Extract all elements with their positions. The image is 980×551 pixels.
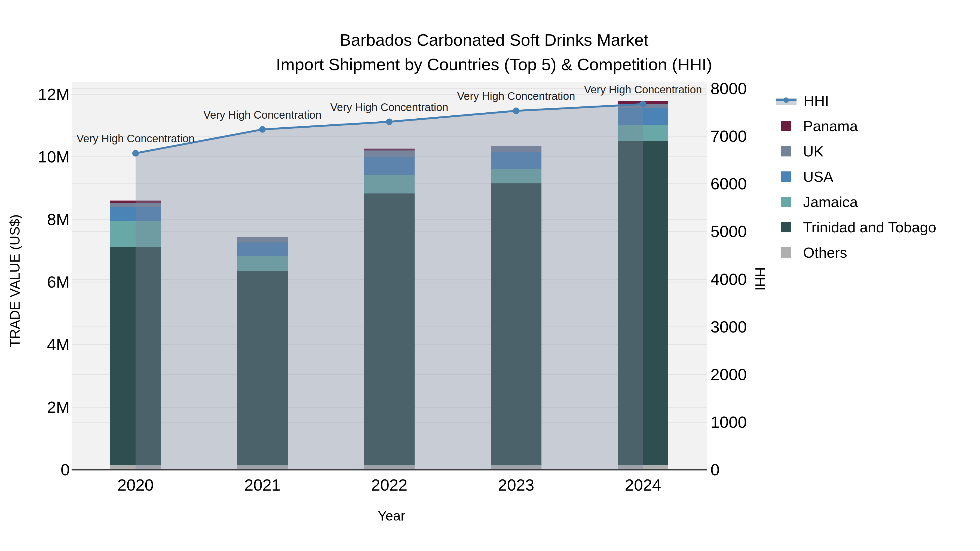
hhi-marker-2024 <box>640 101 646 108</box>
y-left-tick-0: 0 <box>15 460 70 479</box>
annotation-2024: Very High Concentration <box>584 84 702 96</box>
legend-item-jamaica: Jamaica <box>776 194 858 210</box>
y-right-axis-title: HHI <box>752 267 768 291</box>
y-left-tick-6M: 6M <box>15 273 70 291</box>
y-left-tick-10M: 10M <box>15 148 70 166</box>
chart-figure: Barbados Carbonated Soft Drinks Market I… <box>0 0 980 551</box>
legend-label-uk: UK <box>803 143 824 160</box>
chart-title-line2: Import Shipment by Countries (Top 5) & C… <box>276 52 712 77</box>
legend-label-panama: Panama <box>803 118 858 134</box>
legend-item-panama: Panama <box>776 118 858 134</box>
y-right-tick-6000: 6000 <box>711 175 747 193</box>
x-tick-2024: 2024 <box>625 476 661 494</box>
legend-swatch-panama <box>781 121 791 131</box>
legend-swatch-trinidad-and-tobago <box>781 222 791 232</box>
y-left-tick-8M: 8M <box>15 210 70 229</box>
y-right-tick-5000: 5000 <box>711 222 747 241</box>
legend-swatch-uk <box>781 146 791 156</box>
y-right-tick-7000: 7000 <box>711 127 747 146</box>
hhi-area-fill <box>135 104 643 470</box>
hhi-marker-2022 <box>386 119 393 125</box>
annotation-2022: Very High Concentration <box>330 101 449 113</box>
y-right-tick-3000: 3000 <box>711 317 747 336</box>
x-tick-2023: 2023 <box>498 476 534 494</box>
hhi-line-legend-icon <box>776 95 797 106</box>
y-left-tick-2M: 2M <box>15 398 70 417</box>
legend-label-trinidad-and-tobago: Trinidad and Tobago <box>803 219 936 236</box>
legend-label-others: Others <box>803 244 847 261</box>
legend-item-uk: UK <box>776 143 824 159</box>
annotation-2020: Very High Concentration <box>76 132 195 145</box>
legend-swatch-usa <box>781 171 791 182</box>
y-left-tick-4M: 4M <box>15 335 70 354</box>
legend-label-hhi: HHI <box>803 92 829 109</box>
x-axis-line <box>72 469 707 470</box>
chart-title: Barbados Carbonated Soft Drinks Market I… <box>276 28 712 77</box>
legend-swatch-jamaica <box>781 197 791 207</box>
y-right-tick-2000: 2000 <box>711 365 747 384</box>
legend-item-hhi: HHI <box>776 92 829 109</box>
hhi-marker-2023 <box>513 108 519 114</box>
legend-item-others: Others <box>776 245 847 261</box>
legend-label-jamaica: Jamaica <box>803 194 858 210</box>
annotation-2021: Very High Concentration <box>204 109 321 121</box>
y-left-tick-12M: 12M <box>15 85 70 104</box>
hhi-marker-2021 <box>259 126 266 133</box>
y-right-tick-4000: 4000 <box>711 270 747 288</box>
x-tick-2021: 2021 <box>244 476 280 494</box>
legend-label-usa: USA <box>803 168 833 185</box>
chart-title-line1: Barbados Carbonated Soft Drinks Market <box>276 28 712 52</box>
legend-item-trinidad-and-tobago: Trinidad and Tobago <box>776 219 936 235</box>
hhi-marker-swatch <box>783 97 789 103</box>
y-right-tick-8000: 8000 <box>711 79 747 98</box>
x-tick-2020: 2020 <box>117 476 154 494</box>
legend-item-usa: USA <box>776 168 833 185</box>
annotation-2023: Very High Concentration <box>457 90 575 102</box>
y-right-tick-1000: 1000 <box>711 413 747 431</box>
x-tick-2022: 2022 <box>371 476 407 494</box>
y-right-tick-0: 0 <box>711 460 719 479</box>
x-axis-title: Year <box>377 508 405 524</box>
hhi-marker-2020 <box>132 150 139 156</box>
legend-swatch-others <box>781 247 791 258</box>
